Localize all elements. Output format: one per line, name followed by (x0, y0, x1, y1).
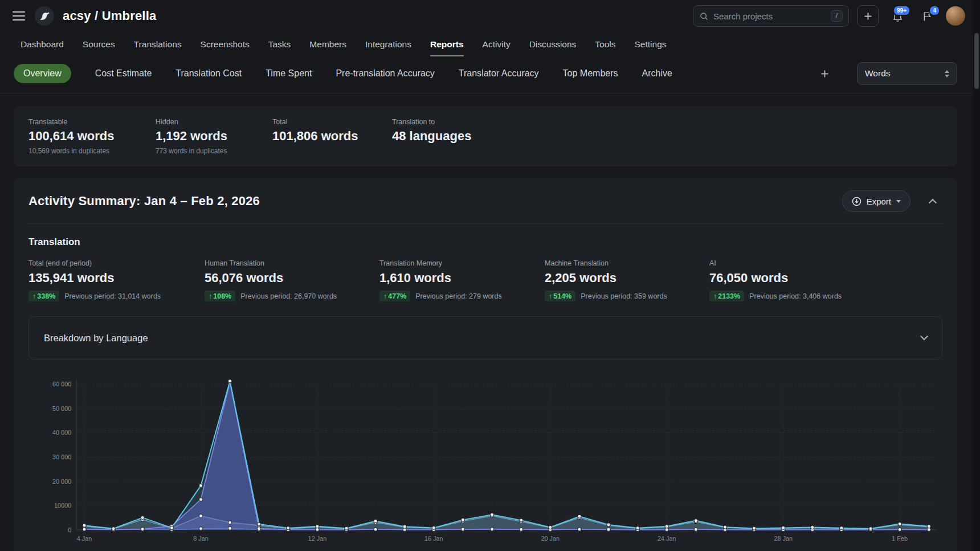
metric-label: Machine Translation (545, 259, 709, 267)
nav-tab-dashboard[interactable]: Dashboard (21, 32, 64, 56)
messages-button[interactable]: 4 (916, 5, 938, 27)
scrollbar-track[interactable] (973, 0, 980, 551)
metric-value: 56,076 words (205, 271, 379, 285)
arrow-up-icon (383, 292, 388, 300)
svg-text:16 Jan: 16 Jan (424, 535, 443, 542)
svg-text:50 000: 50 000 (52, 405, 71, 412)
delta-badge: 477% (379, 291, 410, 301)
scrollbar-thumb[interactable] (974, 33, 979, 89)
plus-icon (820, 69, 830, 79)
stat-hidden: Hidden 1,192 words 773 words in duplicat… (156, 118, 272, 155)
svg-text:12 Jan: 12 Jan (308, 535, 327, 542)
svg-text:10000: 10000 (54, 502, 71, 509)
project-logo[interactable] (34, 6, 55, 26)
previous-period-text: Previous period: 31,014 words (64, 292, 161, 300)
nav-tab-reports[interactable]: Reports (430, 32, 464, 56)
svg-text:24 Jan: 24 Jan (658, 535, 676, 542)
export-button[interactable]: Export (842, 190, 910, 212)
report-tab-time-spent[interactable]: Time Spent (266, 68, 312, 79)
report-tab-overview[interactable]: Overview (14, 64, 71, 83)
breadcrumb: acsy / Umbrella (63, 9, 156, 23)
breakdown-by-language-toggle[interactable]: Breakdown by Language (28, 316, 942, 360)
create-project-button[interactable] (857, 5, 879, 27)
report-tab-translator-accuracy[interactable]: Translator Accuracy (459, 68, 539, 79)
report-tab-archive[interactable]: Archive (642, 68, 672, 79)
caret-down-icon (896, 200, 901, 203)
previous-period-text: Previous period: 3,406 words (749, 292, 842, 300)
collapse-section-button[interactable] (923, 191, 942, 211)
word-stats-band: Translatable 100,614 words 10,569 words … (14, 106, 957, 166)
stat-value: 100,614 words (28, 129, 156, 144)
svg-text:8 Jan: 8 Jan (193, 535, 209, 542)
download-icon (852, 197, 861, 206)
metric-value: 2,205 words (545, 271, 709, 285)
search-box[interactable]: / (693, 5, 849, 27)
stat-label: Translation to (392, 118, 942, 126)
previous-period-text: Previous period: 279 words (415, 292, 501, 300)
chevron-down-icon (920, 332, 928, 340)
user-avatar[interactable] (946, 6, 965, 26)
nav-tab-tools[interactable]: Tools (595, 32, 615, 56)
stat-label: Hidden (156, 118, 272, 126)
stat-value: 48 languages (392, 129, 942, 144)
svg-text:20 000: 20 000 (52, 478, 71, 485)
nav-tab-members[interactable]: Members (309, 32, 346, 56)
delta-badge: 514% (545, 291, 575, 301)
search-shortcut-hint: / (831, 10, 843, 22)
metric-label: AI (709, 259, 942, 267)
arrow-up-icon (713, 292, 718, 300)
notifications-button[interactable]: 99+ (887, 5, 908, 27)
svg-text:30 000: 30 000 (52, 454, 71, 460)
stat-sub: 10,569 words in duplicates (28, 147, 156, 155)
report-tab-pretranslation-accuracy[interactable]: Pre-translation Accuracy (336, 68, 434, 79)
stat-value: 1,192 words (156, 129, 272, 144)
report-tabs: Overview Cost Estimate Translation Cost … (0, 56, 980, 93)
metric-value: 135,941 words (28, 271, 205, 285)
nav-tab-integrations[interactable]: Integrations (365, 32, 411, 56)
metric-label: Total (end of period) (28, 259, 205, 267)
translation-metrics: Total (end of period) 135,941 words 338%… (28, 259, 942, 301)
messages-badge: 4 (929, 5, 940, 16)
previous-period-text: Previous period: 26,970 words (240, 292, 337, 300)
svg-text:28 Jan: 28 Jan (774, 535, 793, 542)
nav-tab-activity[interactable]: Activity (483, 32, 511, 56)
report-tab-top-members[interactable]: Top Members (563, 68, 618, 79)
unit-selector[interactable]: Words (857, 62, 957, 85)
add-report-tab-button[interactable] (816, 65, 833, 82)
hamburger-menu-icon[interactable] (11, 10, 26, 22)
project-nav: Dashboard Sources Translations Screensho… (0, 32, 980, 56)
svg-text:20 Jan: 20 Jan (541, 535, 560, 542)
svg-text:40 000: 40 000 (52, 429, 71, 436)
nav-tab-screenshots[interactable]: Screenshots (201, 32, 250, 56)
svg-text:1 Feb: 1 Feb (892, 535, 908, 542)
stat-sub: 773 words in duplicates (156, 147, 272, 155)
delta-badge: 2133% (709, 291, 744, 301)
nav-tab-tasks[interactable]: Tasks (268, 32, 291, 56)
main-content: Translatable 100,614 words 10,569 words … (0, 106, 980, 551)
arrow-up-icon (209, 292, 213, 300)
stat-total: Total 101,806 words (272, 118, 392, 155)
select-arrows-icon (945, 70, 949, 77)
previous-period-text: Previous period: 359 words (581, 292, 667, 300)
nav-tab-sources[interactable]: Sources (83, 32, 115, 56)
notification-badge: 99+ (893, 5, 910, 16)
metric-value: 1,610 words (379, 271, 545, 285)
nav-tab-settings[interactable]: Settings (635, 32, 667, 56)
search-input[interactable] (713, 11, 826, 21)
svg-text:0: 0 (68, 526, 71, 533)
metric-machine-translation: Machine Translation 2,205 words 514% Pre… (545, 259, 709, 301)
delta-badge: 108% (205, 291, 235, 301)
metric-label: Human Translation (205, 259, 379, 267)
activity-summary-card: Activity Summary: Jan 4 – Feb 2, 2026 Ex… (14, 178, 957, 551)
plus-icon (863, 11, 873, 21)
report-tab-translation-cost[interactable]: Translation Cost (175, 68, 242, 79)
nav-tab-discussions[interactable]: Discussions (529, 32, 577, 56)
metric-translation-memory: Translation Memory 1,610 words 477% Prev… (379, 259, 545, 301)
activity-summary-header: Activity Summary: Jan 4 – Feb 2, 2026 Ex… (28, 190, 942, 224)
nav-tab-translations[interactable]: Translations (134, 32, 182, 56)
svg-text:4 Jan: 4 Jan (77, 535, 92, 542)
metric-label: Translation Memory (379, 259, 545, 267)
report-tab-cost-estimate[interactable]: Cost Estimate (95, 68, 152, 79)
chevron-up-icon (929, 199, 937, 207)
stat-translatable: Translatable 100,614 words 10,569 words … (28, 118, 156, 155)
